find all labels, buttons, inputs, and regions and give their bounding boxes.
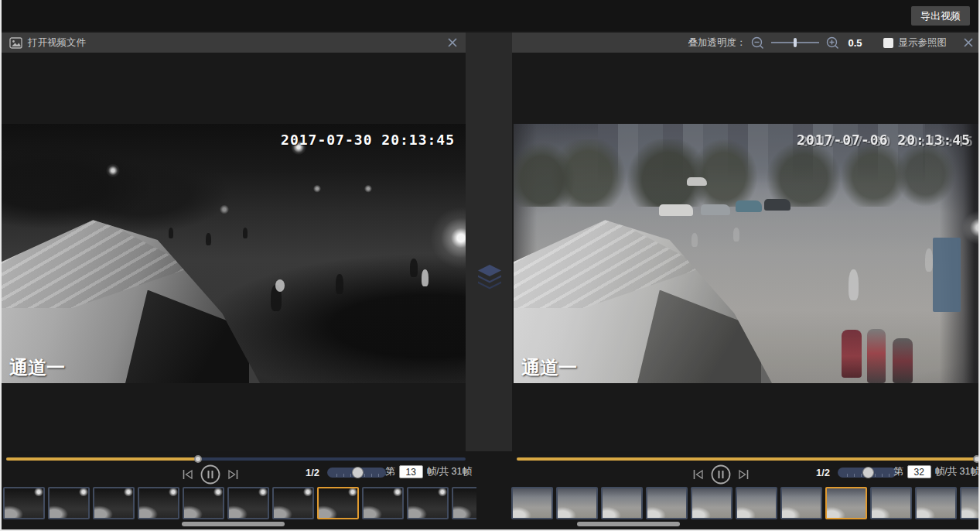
thumbnail[interactable] <box>3 487 45 519</box>
thumbnail[interactable] <box>138 487 179 519</box>
thumbnail[interactable] <box>960 487 980 519</box>
open-file-image-icon <box>9 37 22 49</box>
left-frame-input[interactable] <box>399 465 423 478</box>
thumbnail[interactable] <box>272 487 314 519</box>
left-seek-handle[interactable] <box>194 455 202 463</box>
thumbnail[interactable] <box>870 487 912 519</box>
left-pause-button[interactable] <box>200 464 220 485</box>
thumbnail[interactable] <box>93 487 135 519</box>
left-channel-label: 通道一 <box>9 355 65 380</box>
transparency-slider-handle[interactable] <box>794 38 797 47</box>
right-channel-label: 通道一 <box>521 355 577 380</box>
thumbnail[interactable] <box>48 487 90 519</box>
left-panel-header: 打开视频文件 <box>2 33 466 53</box>
right-speed-handle[interactable] <box>862 467 874 478</box>
left-frame-prefix: 第 <box>385 465 395 478</box>
left-frame-suffix: 帧/共 31帧 <box>427 465 472 478</box>
right-panel-header: 叠加透明度： 0.5 显示参照图 <box>512 33 980 53</box>
right-pause-button[interactable] <box>711 464 731 485</box>
left-seek-bar[interactable] <box>6 457 466 461</box>
right-seek-handle[interactable] <box>973 455 980 463</box>
thumbnail[interactable] <box>362 487 404 519</box>
left-thumbnail-strip <box>3 487 476 522</box>
left-next-frame-button[interactable] <box>227 469 239 480</box>
left-video-timestamp: 2017-07-30 20:13:45 <box>281 132 455 148</box>
thumbnail[interactable] <box>511 487 553 519</box>
transparency-value: 0.5 <box>848 37 862 49</box>
thumbnail[interactable] <box>452 487 476 519</box>
right-controls-row: 1/2 第 帧/共 31帧 <box>512 464 980 485</box>
thumbnail[interactable] <box>601 487 643 519</box>
open-file-label: 打开视频文件 <box>28 36 86 50</box>
transparency-increase-icon[interactable] <box>826 36 839 50</box>
thumbnail[interactable] <box>227 487 269 519</box>
top-bar: 导出视频 <box>2 0 978 31</box>
transparency-slider[interactable] <box>771 38 819 47</box>
overlay-layers-icon <box>476 263 504 293</box>
thumbnail[interactable] <box>691 487 732 519</box>
thumbnail[interactable] <box>780 487 822 519</box>
transparency-label: 叠加透明度： <box>688 36 746 50</box>
panel-divider <box>466 33 512 451</box>
thumbnail[interactable] <box>915 487 957 519</box>
video-compare-window: 导出视频 打开视频文件 <box>0 0 980 531</box>
left-speed-label: 1/2 <box>306 467 319 478</box>
right-next-frame-button[interactable] <box>738 469 750 480</box>
left-panel-close-icon[interactable] <box>447 37 458 48</box>
export-video-button[interactable]: 导出视频 <box>911 6 970 26</box>
thumbnail[interactable] <box>183 487 224 519</box>
left-speed-handle[interactable] <box>352 467 364 478</box>
right-seek-fill <box>517 457 978 461</box>
thumbnail[interactable] <box>407 487 449 519</box>
left-controls-row: 1/2 第 帧/共 31帧 <box>2 464 473 485</box>
right-speed-slider[interactable] <box>838 468 896 478</box>
transparency-decrease-icon[interactable] <box>751 36 764 50</box>
thumbnail[interactable] <box>556 487 598 519</box>
open-video-file-button[interactable]: 打开视频文件 <box>9 36 86 50</box>
right-frame-input[interactable] <box>907 465 931 478</box>
right-speed-label: 1/2 <box>816 467 830 478</box>
thumbnail[interactable] <box>736 487 777 519</box>
right-prev-frame-button[interactable] <box>692 469 704 480</box>
thumbnail[interactable] <box>646 487 688 519</box>
right-panel-close-icon[interactable] <box>963 37 974 48</box>
left-video-frame: 2017-07-30 20:13:45 通道一 <box>2 124 466 383</box>
right-frame-suffix: 帧/共 31帧 <box>935 465 980 478</box>
show-reference-label: 显示参照图 <box>899 36 948 50</box>
left-seek-fill <box>6 457 199 461</box>
right-video-timestamp: 2017-07-06 20:13:45 <box>797 132 971 148</box>
left-prev-frame-button[interactable] <box>182 469 193 480</box>
thumbnail[interactable] <box>825 487 867 519</box>
left-thumbnail-scrollbar[interactable] <box>182 522 285 526</box>
thumbnail[interactable] <box>317 487 359 519</box>
left-speed-slider[interactable] <box>327 468 386 478</box>
right-video-frame: 2017-07-30 20:13:45 2017-07-06 20:13:45 … <box>514 124 980 383</box>
right-thumbnail-scrollbar[interactable] <box>577 522 680 526</box>
right-thumbnail-strip <box>511 487 980 522</box>
right-seek-bar[interactable] <box>517 457 978 461</box>
show-reference-checkbox[interactable] <box>883 38 893 48</box>
right-frame-prefix: 第 <box>893 465 903 478</box>
